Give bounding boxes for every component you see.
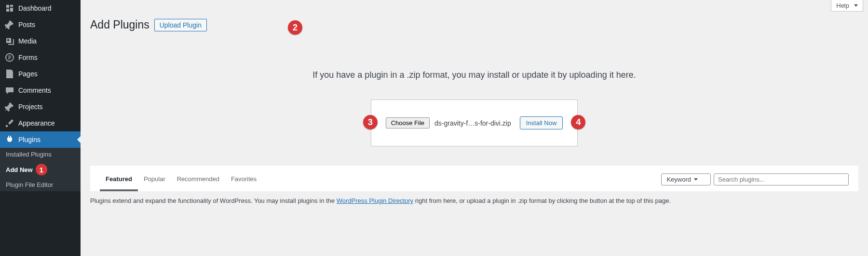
sidebar-item-label: Dashboard <box>18 4 52 12</box>
pin-icon <box>5 102 14 112</box>
chevron-down-icon <box>694 178 698 181</box>
page-icon <box>5 69 14 79</box>
forms-icon <box>5 53 14 62</box>
sidebar-item-dashboard[interactable]: Dashboard <box>0 0 81 16</box>
sidebar-sub-plugin-file-editor[interactable]: Plugin File Editor <box>0 178 81 191</box>
search-plugins-input[interactable] <box>714 173 849 185</box>
sidebar-item-label: Comments <box>18 86 51 94</box>
sidebar-item-comments[interactable]: Comments <box>0 82 81 99</box>
sidebar-item-projects[interactable]: Projects <box>0 99 81 115</box>
sidebar-item-posts[interactable]: Posts <box>0 16 81 33</box>
sidebar-sub-label: Add New <box>6 166 33 173</box>
admin-sidebar: Dashboard Posts Media Forms Pages Commen… <box>0 0 81 256</box>
sidebar-item-appearance[interactable]: Appearance <box>0 115 81 131</box>
media-icon <box>5 36 14 46</box>
sidebar-item-label: Forms <box>18 54 38 61</box>
install-now-button[interactable]: Install Now <box>520 116 563 129</box>
upload-form: Choose File ds-gravity-f…s-for-divi.zip … <box>371 100 578 146</box>
annotation-badge-3: 3 <box>363 115 378 129</box>
sidebar-item-pages[interactable]: Pages <box>0 66 81 82</box>
sidebar-item-label: Projects <box>18 103 43 111</box>
main-content: Help Add Plugins Upload Plugin 2 If you … <box>81 0 868 256</box>
upload-instruction-text: If you have a plugin in a .zip format, y… <box>90 70 858 80</box>
sidebar-item-label: Plugins <box>18 136 41 143</box>
search-type-select[interactable]: Keyword <box>661 173 711 185</box>
sidebar-sub-installed-plugins[interactable]: Installed Plugins <box>0 148 81 161</box>
desc-text-post: right from here, or upload a plugin in .… <box>413 197 671 204</box>
chevron-down-icon <box>854 4 858 7</box>
screen-meta-row: Help <box>81 0 868 12</box>
tab-recommended[interactable]: Recommended <box>171 171 225 191</box>
plugin-browser-description: Plugins extend and expand the functional… <box>81 197 868 212</box>
sidebar-submenu-plugins: Installed Plugins Add New 1 Plugin File … <box>0 148 81 191</box>
annotation-badge-1: 1 <box>36 164 47 175</box>
pin-icon <box>5 20 14 29</box>
plugin-browser: Featured Popular Recommended Favorites K… <box>90 166 858 191</box>
help-label: Help <box>836 2 849 9</box>
help-toggle[interactable]: Help <box>831 0 863 12</box>
sidebar-item-media[interactable]: Media <box>0 33 81 49</box>
tab-popular[interactable]: Popular <box>138 171 171 191</box>
plugin-search-controls: Keyword <box>661 173 849 189</box>
brush-icon <box>5 118 14 128</box>
tab-featured[interactable]: Featured <box>100 171 138 191</box>
upload-plugin-button[interactable]: Upload Plugin <box>154 19 207 31</box>
sidebar-item-label: Posts <box>18 21 35 28</box>
sidebar-item-label: Appearance <box>18 119 55 127</box>
sidebar-sub-add-new[interactable]: Add New 1 <box>0 161 81 178</box>
tab-favorites[interactable]: Favorites <box>225 171 262 191</box>
plugin-filter-tabs: Featured Popular Recommended Favorites K… <box>90 166 858 191</box>
plug-icon <box>5 135 14 144</box>
annotation-badge-4: 4 <box>571 115 585 129</box>
comment-icon <box>5 85 14 95</box>
sidebar-item-forms[interactable]: Forms <box>0 49 81 66</box>
page-header: Add Plugins Upload Plugin 2 <box>81 12 868 36</box>
dashboard-icon <box>5 3 14 13</box>
upload-plugin-panel: If you have a plugin in a .zip format, y… <box>81 36 868 166</box>
desc-text-pre: Plugins extend and expand the functional… <box>90 197 337 204</box>
search-type-label: Keyword <box>666 176 691 183</box>
sidebar-item-label: Media <box>18 37 37 45</box>
annotation-badge-2: 2 <box>288 20 302 35</box>
svg-rect-1 <box>7 70 13 78</box>
selected-file-name: ds-gravity-f…s-for-divi.zip <box>434 119 511 127</box>
sidebar-item-plugins[interactable]: Plugins <box>0 131 81 148</box>
plugin-directory-link[interactable]: WordPress Plugin Directory <box>337 197 413 204</box>
page-title: Add Plugins <box>90 18 149 31</box>
sidebar-item-label: Pages <box>18 70 38 78</box>
choose-file-button[interactable]: Choose File <box>386 117 430 128</box>
